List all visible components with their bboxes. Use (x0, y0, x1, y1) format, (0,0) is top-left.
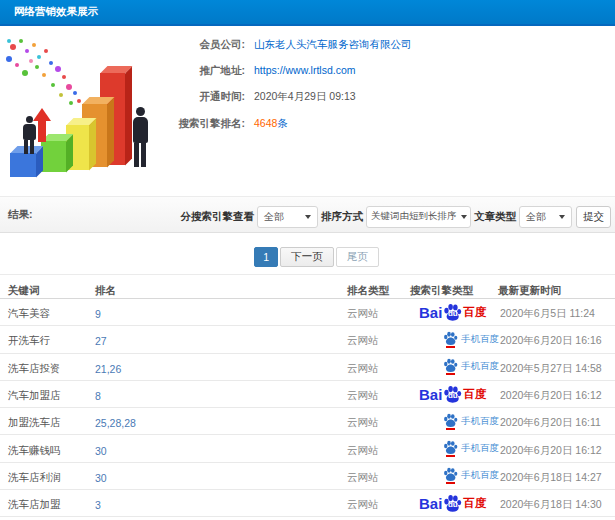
engine-cell: 手机百度 (410, 413, 498, 430)
mobile-baidu-logo: 手机百度 (443, 331, 499, 348)
rank-cell[interactable]: 30 (87, 472, 339, 484)
keyword-cell: 汽车美容 (0, 307, 87, 321)
caret-down-icon (305, 215, 311, 219)
bar-green (41, 141, 66, 172)
column-header: 最新更新时间 (498, 284, 615, 298)
engine-filter-value: 全部 (264, 210, 284, 224)
baidu-logo-text-cn: 百度 (463, 496, 486, 511)
keyword-cell: 汽车加盟店 (0, 389, 87, 403)
mobile-baidu-logo: 手机百度 (443, 440, 499, 457)
open-time-value: 2020年4月29日 09:13 (254, 90, 356, 102)
rank-cell[interactable]: 9 (87, 308, 339, 320)
baidu-logo-text-bai: Bai (419, 386, 442, 403)
next-page-button[interactable]: 下一页 (280, 247, 334, 267)
member-company-label: 会员公司: (0, 37, 245, 51)
rank-type-cell: 云网站 (339, 334, 410, 348)
column-header: 关键词 (0, 284, 87, 298)
mobile-baidu-label: 手机百度 (461, 469, 499, 482)
page-title: 网络营销效果展示 (0, 5, 98, 19)
baidu-logo-text-cn: 百度 (463, 387, 486, 402)
engine-rank-suffix: 条 (277, 117, 288, 129)
pagination: 1 下一页 尾页 (9, 247, 615, 267)
caret-down-icon (461, 215, 467, 219)
mobile-baidu-logo: 手机百度 (443, 413, 499, 430)
table-row: 开洗车行27云网站手机百度2020年6月20日 16:16 (0, 326, 615, 353)
growth-chart-illustration (0, 32, 170, 196)
engine-cell: Baidu百度 (410, 385, 498, 404)
keyword-cell: 洗车赚钱吗 (0, 444, 87, 458)
rank-cell[interactable]: 8 (87, 390, 339, 402)
rank-type-cell: 云网站 (339, 444, 410, 458)
mobile-baidu-paw-icon (443, 413, 458, 430)
keyword-cell: 洗车店利润 (0, 471, 87, 485)
promo-url-row: 推广地址:https://www.lrtlsd.com (0, 63, 615, 77)
page-1-button[interactable]: 1 (254, 247, 278, 267)
baidu-logo-text-du: du (443, 309, 462, 318)
updated-cell: 2020年5月27日 14:58 (498, 362, 615, 376)
engine-cell: 手机百度 (410, 440, 498, 457)
article-type-label: 文章类型 (474, 210, 516, 224)
confetti-dots (0, 32, 2, 34)
updated-cell: 2020年6月20日 16:11 (498, 416, 615, 430)
rank-cell[interactable]: 30 (87, 445, 339, 457)
baidu-paw-icon: du (443, 385, 462, 404)
member-company-value[interactable]: 山东老人头汽车服务咨询有限公司 (254, 38, 412, 50)
mobile-baidu-paw-icon (443, 440, 458, 457)
engine-cell: Baidu百度 (410, 303, 498, 322)
baidu-logo-text-bai: Bai (419, 304, 442, 321)
engine-filter-label: 分搜索引擎查看 (181, 210, 255, 224)
rank-type-cell: 云网站 (339, 389, 410, 403)
sort-filter-select[interactable]: 关键词由短到长排序 (366, 206, 471, 228)
engine-cell: 手机百度 (410, 358, 498, 375)
bar-blue (10, 153, 36, 177)
baidu-logo-text-du: du (443, 391, 462, 400)
mobile-baidu-logo: 手机百度 (443, 467, 499, 484)
updated-cell: 2020年6月18日 14:30 (498, 498, 615, 512)
rank-cell[interactable]: 27 (87, 335, 339, 347)
submit-button[interactable]: 提交 (576, 206, 611, 228)
promo-url-value[interactable]: https://www.lrtlsd.com (254, 64, 356, 76)
table-row: 汽车加盟店8云网站Baidu百度2020年6月20日 16:12 (0, 381, 615, 408)
rank-type-cell: 云网站 (339, 416, 410, 430)
updated-cell: 2020年6月5日 11:24 (498, 307, 615, 321)
member-company-row: 会员公司:山东老人头汽车服务咨询有限公司 (0, 37, 615, 51)
rank-cell[interactable]: 25,28,28 (87, 417, 339, 429)
engine-rank-value: 4648 (254, 117, 277, 129)
mobile-baidu-paw-icon (443, 467, 458, 484)
keyword-cell: 加盟洗车店 (0, 416, 87, 430)
baidu-paw-icon: du (443, 303, 462, 322)
result-label: 结果: (8, 208, 33, 222)
rank-cell[interactable]: 21,26 (87, 363, 339, 375)
updated-cell: 2020年6月20日 16:12 (498, 444, 615, 458)
keyword-cell: 洗车店投资 (0, 362, 87, 376)
rank-type-cell: 云网站 (339, 307, 410, 321)
table-row: 洗车店利润30云网站手机百度2020年6月18日 14:27 (0, 463, 615, 490)
caret-down-icon (559, 215, 565, 219)
baidu-logo: Baidu百度 (419, 303, 486, 322)
table-header-row: 关键词排名排名类型搜索引擎类型最新更新时间 (0, 275, 615, 299)
table-row: 加盟洗车店25,28,28云网站手机百度2020年6月20日 16:11 (0, 408, 615, 435)
last-page-button[interactable]: 尾页 (336, 247, 379, 267)
table-row: 汽车美容9云网站Baidu百度2020年6月5日 11:24 (0, 299, 615, 326)
article-type-value: 全部 (526, 210, 546, 224)
keyword-cell: 开洗车行 (0, 334, 87, 348)
baidu-paw-icon: du (443, 494, 462, 513)
updated-cell: 2020年6月20日 16:16 (498, 334, 615, 348)
baidu-logo-text-du: du (443, 500, 462, 509)
engine-cell: Baidu百度 (410, 494, 498, 513)
article-type-select[interactable]: 全部 (519, 206, 572, 228)
engine-filter-select[interactable]: 全部 (257, 206, 318, 228)
mobile-baidu-paw-icon (443, 358, 458, 375)
results-table: 关键词排名排名类型搜索引擎类型最新更新时间 汽车美容9云网站Baidu百度202… (0, 274, 615, 517)
mobile-baidu-logo: 手机百度 (443, 358, 499, 375)
updated-cell: 2020年6月18日 14:27 (498, 471, 615, 485)
rank-cell[interactable]: 3 (87, 499, 339, 511)
engine-cell: 手机百度 (410, 331, 498, 348)
rank-type-cell: 云网站 (339, 362, 410, 376)
mobile-baidu-label: 手机百度 (461, 333, 499, 346)
baidu-logo: Baidu百度 (419, 494, 486, 513)
table-row: 洗车店投资21,26云网站手机百度2020年5月27日 14:58 (0, 354, 615, 381)
businessman-figure-left (21, 116, 37, 154)
sort-filter-label: 排序方式 (321, 210, 363, 224)
mobile-baidu-label: 手机百度 (461, 360, 499, 373)
